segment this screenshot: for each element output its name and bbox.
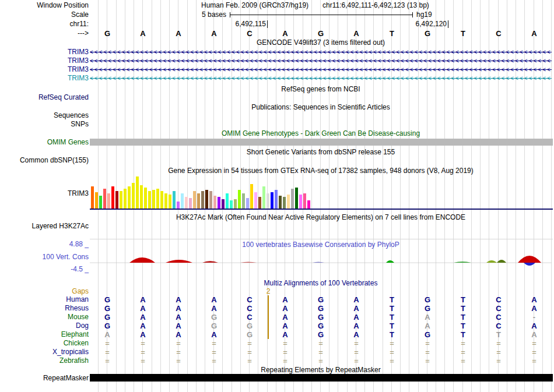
gtex-bar[interactable] xyxy=(218,197,220,209)
dbsnp-track-header: Short Genetic Variants from dbSNP releas… xyxy=(90,148,552,156)
align-base: A xyxy=(173,295,184,304)
gtex-bar[interactable] xyxy=(189,198,192,209)
gene-strand-arrows[interactable]: <<<<<<<<<<<<<<<<<<<<<<<<<<<<<<<<<<<<<<<<… xyxy=(90,57,552,65)
species-label-chicken[interactable]: Chicken xyxy=(0,339,89,347)
species-label-mouse[interactable]: Mouse xyxy=(0,313,89,321)
gtex-bar[interactable] xyxy=(136,176,139,209)
repeatmasker-track-label[interactable]: RepeatMasker xyxy=(0,374,89,382)
phylop-max-label: 4.88 _ xyxy=(0,240,89,248)
ruler-tick-label-1: 6,492,115 xyxy=(213,20,266,28)
align-base: = xyxy=(493,348,504,356)
gtex-bar[interactable] xyxy=(103,189,106,209)
gencode-gene-label[interactable]: TRIM3 xyxy=(0,74,89,82)
ruler-tick-mark-2 xyxy=(448,20,448,28)
align-base: A xyxy=(350,330,362,339)
align-base: A xyxy=(137,330,149,339)
species-label-rhesus[interactable]: Rhesus xyxy=(0,304,89,312)
ruler-base: T xyxy=(457,29,469,38)
gtex-bar[interactable] xyxy=(120,191,122,209)
gtex-bar[interactable] xyxy=(124,189,127,209)
omim-genes-label[interactable]: OMIM Genes xyxy=(0,138,89,146)
gtex-bar[interactable] xyxy=(164,193,167,209)
align-base: A xyxy=(279,295,291,304)
gene-strand-arrows[interactable]: <<<<<<<<<<<<<<<<<<<<<<<<<<<<<<<<<<<<<<<<… xyxy=(90,75,552,82)
gtex-bar[interactable] xyxy=(169,195,171,209)
gtex-bar[interactable] xyxy=(246,198,249,209)
gtex-bar[interactable] xyxy=(115,191,118,209)
gtex-bar[interactable] xyxy=(193,191,196,209)
gtex-bar[interactable] xyxy=(185,197,188,209)
gencode-gene-label[interactable]: TRIM3 xyxy=(0,65,89,73)
species-label-dog[interactable]: Dog xyxy=(0,322,89,330)
gtex-bar[interactable] xyxy=(128,186,131,209)
gtex-gene-label[interactable]: TRIM3 xyxy=(0,189,89,197)
gtex-bar[interactable] xyxy=(275,190,278,209)
gtex-bar[interactable] xyxy=(222,199,225,209)
refseq-curated-label[interactable]: RefSeq Curated xyxy=(0,93,89,101)
repeatmasker-element-bar[interactable] xyxy=(90,374,553,382)
gtex-bar[interactable] xyxy=(271,192,274,209)
gtex-bar[interactable] xyxy=(287,195,290,209)
omim-gene-bar[interactable] xyxy=(90,139,553,146)
align-base: = xyxy=(137,356,149,365)
gtex-bar[interactable] xyxy=(307,200,310,209)
gtex-bar[interactable] xyxy=(95,192,98,209)
gtex-bar[interactable] xyxy=(262,186,265,209)
conservation-wiggle[interactable] xyxy=(90,249,552,277)
gtex-bar[interactable] xyxy=(148,191,151,209)
species-label-elephant[interactable]: Elephant xyxy=(0,330,89,338)
gtex-bar[interactable] xyxy=(258,197,261,209)
phylop-min-label: -4.5 _ xyxy=(0,265,89,273)
align-base: A xyxy=(350,313,362,322)
species-label-zebrafish[interactable]: Zebrafish xyxy=(0,356,89,365)
scale-bar-left-tick xyxy=(230,12,230,17)
gtex-bar[interactable] xyxy=(152,190,155,209)
gtex-bar[interactable] xyxy=(197,193,200,209)
gtex-bar[interactable] xyxy=(99,196,102,209)
gtex-bar[interactable] xyxy=(111,186,114,209)
gtex-bar[interactable] xyxy=(91,186,94,209)
gtex-bar[interactable] xyxy=(234,199,237,209)
gtex-bar[interactable] xyxy=(303,193,306,209)
gtex-bar[interactable] xyxy=(140,185,143,209)
gtex-bar[interactable] xyxy=(279,196,282,209)
gtex-bar[interactable] xyxy=(254,192,257,209)
gtex-bar[interactable] xyxy=(267,193,269,209)
gtex-bar[interactable] xyxy=(205,190,208,209)
gtex-bar[interactable] xyxy=(144,188,147,209)
align-base: = xyxy=(350,348,362,356)
common-dbsnp-label[interactable]: Common dbSNP(155) xyxy=(0,156,89,164)
gtex-bar[interactable] xyxy=(226,193,229,209)
gtex-bar[interactable] xyxy=(209,191,212,209)
gtex-bar[interactable] xyxy=(132,183,135,209)
gtex-bar[interactable] xyxy=(213,196,216,209)
gtex-bar[interactable] xyxy=(201,191,204,209)
gene-strand-arrows[interactable]: <<<<<<<<<<<<<<<<<<<<<<<<<<<<<<<<<<<<<<<<… xyxy=(90,48,552,56)
gtex-bar[interactable] xyxy=(242,193,245,209)
gtex-bar[interactable] xyxy=(156,189,159,209)
h3k27ac-track-label[interactable]: Layered H3K27Ac xyxy=(0,222,89,230)
align-base: = xyxy=(137,339,149,348)
gtex-bar[interactable] xyxy=(299,195,302,209)
gtex-bar[interactable] xyxy=(230,200,233,209)
snps-track-label[interactable]: SNPs xyxy=(0,120,89,128)
gtex-bar[interactable] xyxy=(295,188,298,209)
gtex-bar[interactable] xyxy=(181,193,184,209)
vert-cons-track-label[interactable]: 100 Vert. Cons xyxy=(0,253,89,261)
gtex-bar[interactable] xyxy=(238,190,241,209)
gtex-bar[interactable] xyxy=(250,184,253,209)
gencode-gene-label[interactable]: TRIM3 xyxy=(0,56,89,65)
sequences-track-label[interactable]: Sequences xyxy=(0,111,89,119)
gtex-bar[interactable] xyxy=(107,193,110,209)
gtex-bar[interactable] xyxy=(173,191,176,209)
gene-strand-arrows[interactable]: <<<<<<<<<<<<<<<<<<<<<<<<<<<<<<<<<<<<<<<<… xyxy=(90,66,552,73)
gtex-bar[interactable] xyxy=(283,197,286,209)
gtex-bar[interactable] xyxy=(160,191,163,209)
species-label-human[interactable]: Human xyxy=(0,295,89,303)
align-base: G xyxy=(101,295,113,304)
gencode-gene-label[interactable]: TRIM3 xyxy=(0,48,89,56)
species-label-x_tropicalis[interactable]: X_tropicalis xyxy=(0,348,89,356)
gtex-bar[interactable] xyxy=(177,202,180,209)
align-base: = xyxy=(208,339,220,348)
gtex-bar[interactable] xyxy=(291,189,294,209)
